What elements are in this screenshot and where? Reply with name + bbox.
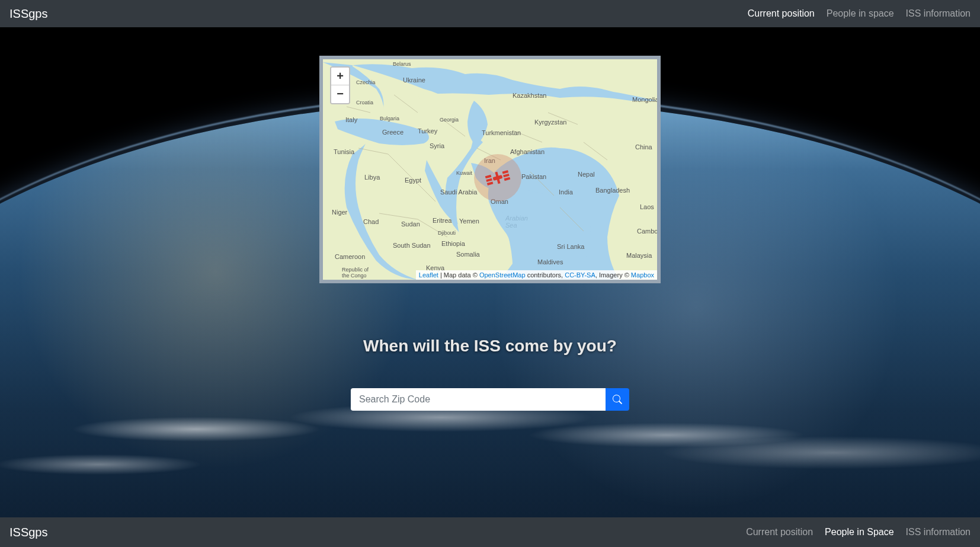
label-egypt: Egypt	[405, 177, 421, 184]
label-czechia: Czechia	[356, 79, 376, 85]
label-niger: Niger	[332, 209, 347, 216]
label-kyrgyzstan: Kyrgyzstan	[534, 119, 566, 126]
iss-icon	[485, 168, 511, 188]
attribution-osm-link[interactable]: OpenStreetMap	[479, 271, 526, 279]
footer-nav-current-position[interactable]: Current position	[746, 527, 813, 538]
brand-logo[interactable]: ISSgps	[9, 7, 47, 21]
attribution-text: | Map data ©	[438, 271, 479, 279]
label-arabian-sea: Arabian Sea	[505, 215, 528, 229]
label-italy: Italy	[345, 116, 357, 123]
label-turkey: Turkey	[418, 127, 437, 135]
label-belarus: Belarus	[393, 61, 411, 67]
zoom-in-button[interactable]: +	[331, 68, 349, 85]
svg-rect-2	[486, 178, 492, 182]
label-chad: Chad	[363, 218, 379, 225]
label-south-sudan: South Sudan	[393, 242, 431, 249]
attribution-text: , Imagery ©	[595, 271, 631, 279]
hero-section: Italy Tunisia Libya Egypt Niger Chad Sud…	[0, 27, 980, 517]
footer-navbar: ISSgps Current position People in Space …	[0, 517, 980, 547]
search-button[interactable]	[606, 388, 629, 411]
attribution-leaflet-link[interactable]: Leaflet	[419, 271, 438, 279]
label-libya: Libya	[364, 174, 380, 181]
search-heading: When will the ISS come by you?	[0, 337, 980, 356]
search-icon	[613, 395, 622, 404]
label-eritrea: Eritrea	[433, 217, 451, 224]
label-laos: Laos	[640, 203, 654, 210]
label-bangladesh: Bangladesh	[595, 187, 630, 194]
search-row	[0, 388, 980, 411]
top-navbar: ISSgps Current position People in space …	[0, 0, 980, 27]
svg-rect-1	[485, 175, 492, 178]
label-cambodia: Cambo	[637, 228, 658, 235]
label-ethiopia: Ethiopia	[441, 240, 465, 247]
label-croatia: Croatia	[356, 100, 373, 105]
label-saudi: Saudi Arabia	[440, 188, 477, 196]
svg-rect-6	[504, 177, 511, 181]
label-malaysia: Malaysia	[626, 252, 652, 259]
attribution-text: contributors,	[526, 271, 565, 279]
label-pakistan: Pakistan	[521, 173, 546, 180]
label-syria: Syria	[430, 142, 444, 149]
label-somalia: Somalia	[456, 251, 480, 258]
attribution-mapbox-link[interactable]: Mapbox	[631, 271, 654, 279]
label-tunisia: Tunisia	[334, 148, 354, 155]
iss-marker	[474, 154, 521, 201]
label-china: China	[635, 143, 652, 151]
footer-nav-people-in-space[interactable]: People in Space	[825, 527, 894, 538]
svg-rect-4	[502, 170, 509, 174]
footer-nav-iss-information[interactable]: ISS information	[906, 527, 971, 538]
label-congo: Republic of the Congo	[342, 267, 369, 279]
map-attribution: Leaflet | Map data © OpenStreetMap contr…	[416, 270, 657, 280]
label-ukraine: Ukraine	[403, 76, 425, 84]
label-afghanistan: Afghanistan	[510, 148, 545, 155]
label-georgia: Georgia	[440, 117, 459, 123]
zip-search-input[interactable]	[351, 388, 606, 411]
label-maldives: Maldives	[537, 258, 563, 265]
nav-people-in-space[interactable]: People in space	[827, 8, 894, 19]
search-section: When will the ISS come by you?	[0, 337, 980, 411]
map-zoom-controls: + −	[330, 66, 350, 104]
label-turkmenistan: Turkmenistan	[482, 129, 521, 136]
footer-nav-links: Current position People in Space ISS inf…	[746, 527, 971, 538]
iss-map[interactable]: Italy Tunisia Libya Egypt Niger Chad Sud…	[319, 56, 661, 283]
zoom-out-button[interactable]: −	[331, 85, 349, 103]
label-kuwait: Kuwait	[456, 170, 472, 176]
label-mongolia: Mongolia	[632, 96, 659, 103]
label-sudan: Sudan	[401, 220, 420, 228]
footer-brand[interactable]: ISSgps	[9, 526, 47, 539]
label-greece: Greece	[382, 129, 403, 136]
label-cameroon: Cameroon	[335, 253, 365, 260]
svg-rect-3	[487, 181, 494, 185]
label-srilanka: Sri Lanka	[557, 243, 584, 250]
label-djibouti: Djibouti	[438, 230, 456, 236]
attribution-cc-link[interactable]: CC-BY-SA	[565, 271, 595, 279]
label-bulgaria: Bulgaria	[380, 116, 399, 121]
label-india: India	[559, 188, 573, 196]
top-nav-links: Current position People in space ISS inf…	[748, 8, 971, 19]
svg-rect-5	[503, 174, 510, 177]
nav-current-position[interactable]: Current position	[748, 8, 815, 19]
label-kazakhstan: Kazakhstan	[513, 92, 546, 99]
nav-iss-information[interactable]: ISS information	[906, 8, 971, 19]
label-yemen: Yemen	[459, 217, 479, 225]
label-nepal: Nepal	[578, 171, 595, 178]
